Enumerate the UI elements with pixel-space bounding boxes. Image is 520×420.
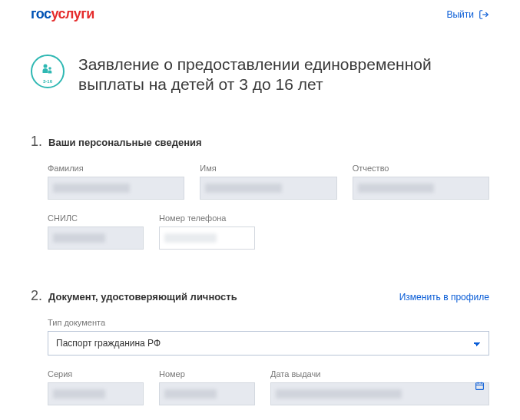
snils-input[interactable] — [48, 227, 144, 250]
children-icon: 3-16 — [31, 55, 65, 88]
lastname-label: Фамилия — [48, 164, 184, 173]
logout-area: Выйти — [446, 9, 489, 20]
firstname-label: Имя — [200, 164, 336, 173]
firstname-input[interactable] — [200, 177, 336, 200]
edit-profile-link[interactable]: Изменить в профиле — [399, 292, 489, 303]
phone-label: Номер телефона — [159, 213, 255, 223]
header: госуслуги Выйти — [31, 0, 489, 31]
icon-age-label: 3-16 — [43, 79, 52, 84]
calendar-icon[interactable] — [475, 381, 485, 393]
section-num: 2. — [31, 288, 42, 304]
patronymic-label: Отчество — [353, 164, 489, 173]
series-label: Серия — [48, 369, 144, 379]
snils-label: СНИЛС — [48, 213, 144, 223]
section-title: Ваши персональные сведения — [48, 137, 489, 148]
number-input[interactable] — [159, 382, 255, 405]
svg-point-1 — [44, 64, 48, 68]
section-title: Документ, удостоверяющий личность — [48, 291, 393, 303]
logo[interactable]: госуслуги — [31, 6, 94, 22]
doc-type-select[interactable]: Паспорт гражданина РФ — [48, 331, 489, 356]
phone-input[interactable] — [159, 227, 255, 250]
page-title: Заявление о предоставлении единовременно… — [78, 55, 489, 95]
issue-date-input[interactable] — [270, 382, 489, 405]
logo-part-2: услуги — [51, 6, 94, 21]
logout-link[interactable]: Выйти — [446, 9, 474, 20]
lastname-input[interactable] — [48, 177, 184, 200]
svg-rect-3 — [476, 383, 484, 390]
logo-part-1: гос — [31, 6, 51, 21]
title-row: 3-16 Заявление о предоставлении единовре… — [31, 55, 489, 95]
number-label: Номер — [159, 369, 255, 379]
logout-icon — [479, 9, 489, 20]
series-input[interactable] — [48, 382, 144, 405]
issue-date-label: Дата выдачи — [270, 369, 489, 379]
doc-type-label: Тип документа — [48, 318, 489, 327]
section-personal: 1. Ваши персональные сведения Фамилия Им… — [31, 134, 489, 250]
section-document: 2. Документ, удостоверяющий личность Изм… — [31, 288, 489, 421]
svg-point-2 — [48, 67, 51, 70]
patronymic-input[interactable] — [353, 177, 489, 200]
section-num: 1. — [31, 134, 42, 150]
